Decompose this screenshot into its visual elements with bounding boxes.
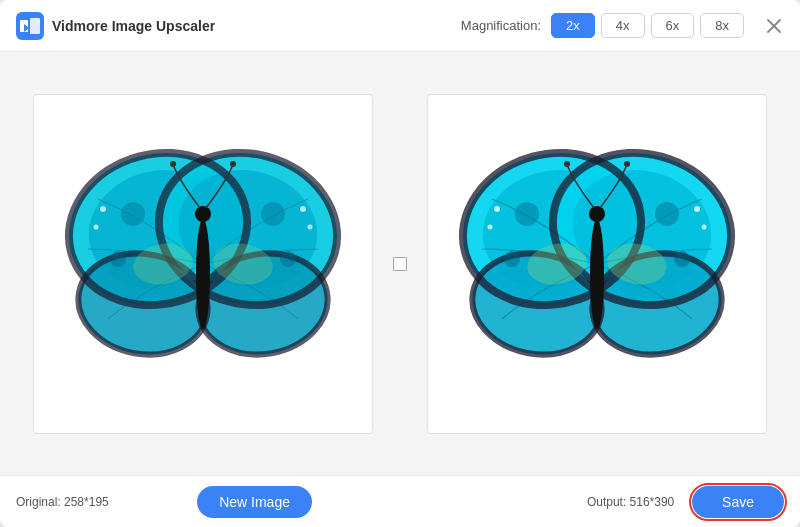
svg-point-50 — [694, 206, 700, 212]
mag-btn-8x[interactable]: 8x — [700, 13, 744, 38]
output-butterfly-image — [452, 119, 742, 409]
svg-point-18 — [170, 161, 176, 167]
mag-btn-6x[interactable]: 6x — [651, 13, 695, 38]
svg-point-48 — [494, 206, 500, 212]
main-content — [0, 52, 800, 475]
save-button[interactable]: Save — [692, 486, 784, 518]
app-window: Vidmore Image Upscaler Magnification: 2x… — [0, 0, 800, 527]
svg-point-42 — [564, 161, 570, 167]
svg-point-40 — [590, 219, 604, 329]
svg-point-24 — [100, 206, 106, 212]
svg-point-27 — [308, 224, 313, 229]
svg-point-45 — [655, 202, 679, 226]
original-info: Original: 258*195 — [16, 495, 197, 509]
svg-point-17 — [195, 206, 211, 222]
app-logo-icon — [16, 12, 44, 40]
svg-point-21 — [261, 202, 285, 226]
output-image-panel — [427, 94, 767, 434]
svg-point-23 — [280, 251, 296, 267]
svg-point-41 — [589, 206, 605, 222]
mag-btn-2x[interactable]: 2x — [551, 13, 595, 38]
svg-point-25 — [94, 224, 99, 229]
svg-point-46 — [504, 251, 520, 267]
svg-point-20 — [121, 202, 145, 226]
new-image-button[interactable]: New Image — [197, 486, 312, 518]
original-butterfly-image — [58, 119, 348, 409]
svg-point-51 — [702, 224, 707, 229]
svg-point-26 — [300, 206, 306, 212]
mag-btn-4x[interactable]: 4x — [601, 13, 645, 38]
svg-point-22 — [110, 251, 126, 267]
svg-point-49 — [488, 224, 493, 229]
save-button-wrapper: Save — [692, 486, 784, 518]
close-button[interactable] — [764, 16, 784, 36]
magnification-buttons: 2x 4x 6x 8x — [551, 13, 744, 38]
output-info: Output: 516*390 — [493, 495, 674, 509]
svg-point-16 — [196, 219, 210, 329]
compare-checkbox[interactable] — [393, 257, 407, 271]
svg-point-19 — [230, 161, 236, 167]
magnification-label: Magnification: — [461, 18, 541, 33]
svg-point-44 — [515, 202, 539, 226]
compare-divider — [393, 257, 407, 271]
svg-point-47 — [674, 251, 690, 267]
svg-rect-2 — [30, 18, 40, 34]
titlebar: Vidmore Image Upscaler Magnification: 2x… — [0, 0, 800, 52]
original-image-panel — [33, 94, 373, 434]
svg-point-43 — [624, 161, 630, 167]
bottom-bar: Original: 258*195 New Image Output: 516*… — [0, 475, 800, 527]
app-title: Vidmore Image Upscaler — [52, 18, 215, 34]
